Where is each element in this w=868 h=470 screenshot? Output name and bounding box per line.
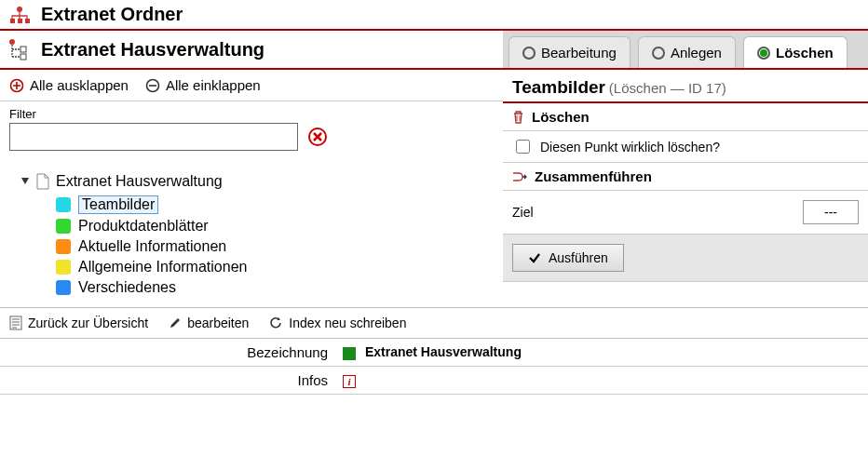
collapse-all-label: Alle einklappen	[166, 77, 261, 93]
refresh-icon	[269, 316, 283, 330]
section-title: Extranet Hausverwaltung	[41, 39, 264, 60]
detail-label-bezeichnung: Bezeichnung	[0, 339, 335, 367]
confirm-delete-label: Diesen Punkt wirklich löschen?	[540, 140, 720, 154]
color-square-icon	[56, 239, 71, 254]
target-select[interactable]: ---	[803, 200, 859, 224]
svg-rect-2	[18, 19, 22, 23]
confirm-delete-checkbox[interactable]	[516, 140, 530, 154]
back-label: Zurück zur Übersicht	[28, 316, 148, 330]
color-square-icon	[56, 219, 71, 234]
tree-root[interactable]: Extranet Hausverwaltung	[20, 173, 494, 190]
tree-item-label: Aktuelle Informationen	[78, 238, 226, 255]
merge-icon	[512, 170, 527, 183]
target-label: Ziel	[512, 205, 534, 220]
right-panel-subtitle: (Löschen — ID 17)	[609, 80, 726, 96]
color-square-icon	[56, 260, 71, 275]
edit-button[interactable]: bearbeiten	[169, 316, 249, 330]
color-square-icon	[343, 347, 356, 360]
clear-filter-icon[interactable]	[307, 127, 328, 147]
radio-icon	[652, 47, 665, 60]
svg-point-0	[17, 7, 22, 12]
detail-value-bezeichnung: Extranet Hausverwaltung	[365, 344, 522, 359]
svg-rect-5	[20, 47, 26, 52]
collapse-caret-icon	[20, 177, 30, 186]
tab-bearbeitung[interactable]: Bearbeitung	[509, 36, 631, 68]
filter-input[interactable]	[9, 123, 298, 151]
merge-section-title: Zusammenführen	[535, 168, 652, 184]
svg-rect-6	[20, 54, 26, 60]
right-panel-title: Teambilder	[512, 77, 605, 97]
pencil-icon	[169, 316, 182, 329]
expand-all-button[interactable]: Alle ausklappen	[9, 77, 129, 93]
org-icon	[6, 6, 34, 24]
plus-circle-icon	[9, 78, 24, 93]
collapse-all-button[interactable]: Alle einklappen	[145, 77, 261, 93]
svg-rect-1	[10, 19, 15, 23]
color-square-icon	[56, 197, 71, 212]
tree-root-label: Extranet Hausverwaltung	[56, 173, 223, 190]
reindex-label: Index neu schreiben	[289, 316, 406, 330]
tab-label: Anlegen	[671, 45, 722, 60]
tab-bar: Bearbeitung Anlegen Löschen	[503, 31, 868, 70]
edit-label: bearbeiten	[187, 316, 249, 330]
page-title: Extranet Ordner	[41, 4, 183, 25]
tree-item[interactable]: Produktdatenblätter	[56, 216, 494, 236]
info-icon[interactable]: i	[343, 375, 356, 388]
tree-branch-icon	[6, 38, 34, 60]
reindex-button[interactable]: Index neu schreiben	[269, 316, 406, 330]
delete-section-title: Löschen	[532, 109, 590, 125]
tab-anlegen[interactable]: Anlegen	[638, 36, 736, 68]
tree-item-label: Produktdatenblätter	[78, 218, 209, 235]
trash-icon	[512, 111, 524, 124]
tree-item[interactable]: Teambilder	[56, 194, 494, 216]
color-square-icon	[56, 280, 71, 295]
execute-label: Ausführen	[549, 250, 608, 265]
tab-loeschen[interactable]: Löschen	[743, 36, 848, 68]
radio-icon	[757, 47, 770, 60]
tree-item-label: Verschiedenes	[78, 279, 176, 296]
back-to-overview-button[interactable]: Zurück zur Übersicht	[9, 316, 148, 330]
tree-item[interactable]: Aktuelle Informationen	[56, 236, 494, 257]
svg-rect-3	[25, 19, 30, 23]
tree-item-label: Teambilder	[78, 195, 158, 214]
filter-label: Filter	[9, 107, 494, 121]
page-icon	[35, 173, 50, 190]
tab-label: Bearbeitung	[541, 45, 617, 60]
tree-item[interactable]: Allgemeine Informationen	[56, 257, 494, 277]
expand-all-label: Alle ausklappen	[30, 77, 129, 93]
tree-item-label: Allgemeine Informationen	[78, 259, 247, 275]
radio-icon	[522, 47, 536, 60]
svg-point-4	[9, 39, 15, 45]
folder-tree: Extranet Hausverwaltung TeambilderProduk…	[0, 153, 503, 307]
minus-circle-icon	[145, 78, 160, 93]
execute-button[interactable]: Ausführen	[512, 244, 624, 272]
list-icon	[9, 316, 22, 330]
tab-label: Löschen	[776, 45, 834, 60]
detail-label-infos: Infos	[0, 367, 335, 395]
check-icon	[528, 251, 541, 264]
tree-item[interactable]: Verschiedenes	[56, 277, 494, 298]
